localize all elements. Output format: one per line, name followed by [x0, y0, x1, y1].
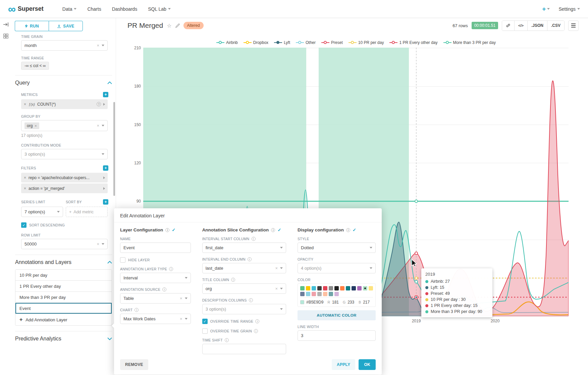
altered-badge[interactable]: Altered	[183, 22, 204, 29]
annotation-layer-type-select[interactable]: Interval	[120, 273, 191, 283]
filter-chip[interactable]: × action = 'pr_merged'	[21, 183, 108, 193]
legend-item-lyft[interactable]: Lyft	[274, 40, 290, 45]
annotation-layer-row[interactable]: 10 PR per day	[15, 270, 112, 281]
query-section-header[interactable]: Query	[15, 80, 112, 86]
group-by-tag[interactable]: org×	[24, 122, 39, 129]
color-swatch[interactable]	[300, 286, 305, 290]
clear-icon[interactable]: ×	[275, 266, 278, 270]
color-swatch[interactable]	[346, 286, 350, 290]
color-swatch[interactable]	[306, 292, 310, 296]
color-swatch[interactable]	[306, 286, 310, 290]
panel-scrollbar[interactable]	[113, 102, 115, 196]
ok-button[interactable]: OK	[359, 359, 376, 370]
interval-end-select[interactable]: last_date ×	[202, 263, 286, 273]
add-filter-button[interactable]: +	[103, 165, 108, 171]
edit-properties-icon[interactable]	[175, 23, 180, 28]
metric-chip[interactable]: × ƒ(x) COUNT(*) ?	[21, 99, 108, 109]
clear-icon[interactable]: ×	[180, 317, 182, 321]
annotation-source-select[interactable]: Table ×	[120, 293, 191, 304]
annotation-layer-row[interactable]: More than 3 PR per day	[15, 292, 112, 303]
color-swatch[interactable]	[329, 292, 333, 296]
filter-chip[interactable]: × repo = 'apache/incubator-supers...	[21, 173, 108, 182]
save-button[interactable]: SAVE	[49, 21, 83, 31]
legend-item-dropbox[interactable]: Dropbox	[244, 40, 268, 45]
collapse-datasource-icon[interactable]	[3, 22, 8, 28]
line-width-input[interactable]	[298, 330, 376, 341]
color-swatch[interactable]	[357, 286, 362, 290]
chart-menu-button[interactable]	[568, 20, 579, 31]
group-by-select[interactable]: org× ×	[21, 120, 108, 131]
legend-item-10-pr-per-day[interactable]: 10 PR per day	[349, 40, 384, 45]
copy-link-button[interactable]	[502, 21, 514, 31]
color-swatch[interactable]	[317, 292, 322, 296]
nav-charts[interactable]: Charts	[87, 6, 101, 12]
favorite-star-icon[interactable]: ☆	[167, 22, 171, 29]
legend-item-more-than-3-pr-per-day[interactable]: More than 3 PR per day	[443, 40, 496, 45]
new-button[interactable]: +	[542, 5, 550, 13]
remove-icon[interactable]: ×	[24, 175, 26, 180]
color-swatch[interactable]	[323, 286, 327, 290]
series-limit-select[interactable]: 7 option(s)	[21, 207, 63, 217]
settings-menu[interactable]: Settings	[558, 6, 580, 12]
color-swatch[interactable]	[300, 292, 305, 296]
annotation-layer-row-selected[interactable]: Event	[15, 303, 112, 314]
remove-tag-icon[interactable]: ×	[35, 124, 37, 128]
sort-descending-checkbox[interactable]: ✓ SORT DESCENDING	[21, 222, 116, 228]
clear-icon[interactable]: ×	[180, 296, 182, 301]
nav-data[interactable]: Data	[62, 6, 77, 12]
hide-layer-checkbox[interactable]: HIDE LAYER	[120, 257, 191, 263]
chart-select[interactable]: Max Work Dates ×	[120, 314, 191, 324]
contribution-mode-select[interactable]: 3 option(s)	[21, 149, 108, 159]
legend-item-airbnb[interactable]: Airbnb	[216, 40, 238, 45]
color-swatch[interactable]	[340, 286, 344, 290]
opacity-select[interactable]: 4 option(s)	[298, 263, 376, 273]
color-swatch[interactable]	[329, 286, 333, 290]
apply-button[interactable]: APPLY	[332, 359, 355, 370]
color-swatch[interactable]	[317, 286, 322, 290]
style-select[interactable]: Dotted	[298, 243, 376, 253]
embed-code-button[interactable]: </>	[514, 21, 527, 31]
color-swatch[interactable]	[334, 286, 339, 290]
time-grain-select[interactable]: month ×	[21, 40, 108, 51]
color-swatch[interactable]	[323, 292, 327, 296]
b-value[interactable]: 217	[363, 300, 370, 305]
sort-by-add-metric[interactable]: + Add metric	[66, 207, 108, 217]
r-value[interactable]: 181	[332, 300, 339, 305]
clear-icon[interactable]: ×	[97, 242, 99, 246]
predictive-analytics-header[interactable]: Predictive Analytics	[15, 336, 112, 342]
annotation-layer-row[interactable]: 1 PR Every other day	[15, 281, 112, 292]
clear-icon[interactable]: ×	[97, 123, 99, 128]
export-csv-button[interactable]: .CSV	[547, 21, 564, 31]
clear-icon[interactable]: ×	[275, 286, 278, 291]
nav-dashboards[interactable]: Dashboards	[112, 6, 138, 12]
color-swatch[interactable]	[363, 286, 367, 290]
title-column-select[interactable]: org ×	[202, 283, 286, 294]
superset-logo[interactable]: ∞ Superset	[8, 5, 44, 12]
row-limit-select[interactable]: 50000 ×	[21, 239, 108, 249]
legend-item-1-pr-every-other-day[interactable]: 1 PR Every other day	[389, 40, 437, 45]
add-metric-button[interactable]: +	[103, 92, 108, 97]
add-annotation-layer-button[interactable]: + Add Annotation Layer	[15, 314, 112, 325]
color-swatch[interactable]	[369, 286, 373, 290]
legend-item-preset[interactable]: Preset	[321, 40, 343, 45]
remove-icon[interactable]: ×	[24, 102, 26, 107]
interval-start-select[interactable]: first_date	[202, 243, 286, 253]
annotations-section-header[interactable]: Annotations and Layers	[15, 259, 112, 265]
remove-icon[interactable]: ×	[24, 186, 26, 191]
name-input[interactable]	[120, 243, 191, 253]
g-value[interactable]: 233	[348, 300, 355, 305]
hex-value[interactable]: #B5E9D9	[306, 300, 323, 305]
nav-sql-lab[interactable]: SQL Lab	[148, 6, 171, 12]
automatic-color-button[interactable]: AUTOMATIC COLOR	[298, 310, 376, 320]
color-swatch[interactable]	[312, 292, 316, 296]
remove-button[interactable]: REMOVE	[120, 359, 148, 370]
override-time-range-checkbox[interactable]: ✓ OVERRIDE TIME RANGEi	[202, 319, 286, 324]
color-swatch[interactable]	[312, 286, 316, 290]
clear-icon[interactable]: ×	[97, 43, 99, 48]
legend-item-other[interactable]: Other	[296, 40, 316, 45]
override-time-grain-checkbox[interactable]: OVERRIDE TIME GRAINi	[202, 328, 286, 334]
add-sort-button[interactable]: +	[103, 199, 108, 205]
color-swatch[interactable]	[334, 292, 339, 296]
time-range-chip[interactable]: -∞ ≤ col < ∞	[21, 62, 49, 70]
color-swatch[interactable]	[352, 286, 356, 290]
